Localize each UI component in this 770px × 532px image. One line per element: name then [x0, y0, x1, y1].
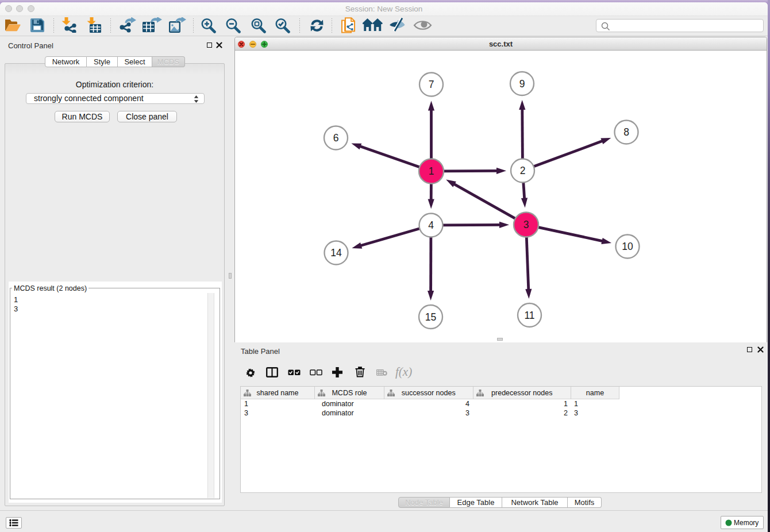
svg-text:2: 2 — [520, 165, 526, 176]
svg-text:7: 7 — [429, 79, 434, 90]
svg-text:6: 6 — [333, 132, 339, 144]
svg-text:14: 14 — [330, 247, 342, 259]
svg-text:9: 9 — [519, 78, 525, 90]
svg-text:15: 15 — [425, 311, 436, 323]
svg-text:11: 11 — [524, 310, 534, 321]
svg-text:8: 8 — [623, 126, 629, 138]
svg-text:4: 4 — [428, 219, 434, 231]
svg-text:3: 3 — [523, 219, 529, 230]
svg-text:1: 1 — [429, 165, 434, 177]
svg-text:10: 10 — [622, 241, 633, 252]
